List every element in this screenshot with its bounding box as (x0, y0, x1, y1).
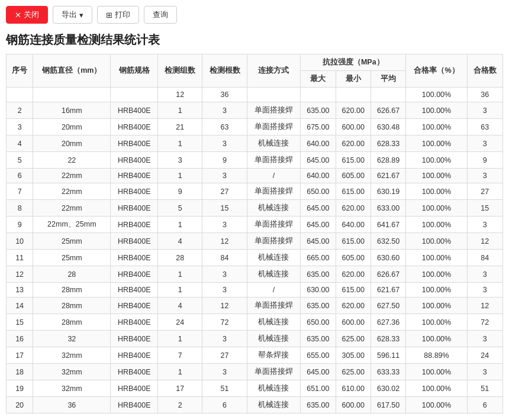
th-group-count: 检测组数 (158, 54, 202, 88)
toolbar: ✕ 关闭 导出 ▾ ⊞ 打印 查询 (6, 6, 503, 24)
table-cell: HRB400E (111, 233, 158, 250)
th-diameter: 钢筋直径（mm） (33, 54, 111, 88)
table-cell: 628.33 (371, 135, 405, 152)
table-cell: 机械连接 (247, 266, 300, 283)
table-cell: 3 (467, 169, 502, 183)
table-cell: 633.00 (371, 200, 405, 217)
table-cell: 19 (7, 380, 33, 397)
page-title: 钢筋连接质量检测结果统计表 (6, 32, 503, 48)
table-cell: 625.00 (336, 331, 371, 347)
table-cell: 630.00 (301, 283, 336, 298)
table-cell: 645.00 (301, 200, 336, 217)
table-cell: 51 (202, 380, 247, 397)
table-cell: 27 (202, 183, 247, 200)
table-cell: HRB400E (111, 152, 158, 169)
query-button[interactable]: 查询 (144, 6, 177, 24)
table-cell: 9 (467, 152, 502, 169)
table-cell: 605.00 (336, 169, 371, 183)
export-button[interactable]: 导出 ▾ (53, 6, 92, 24)
table-cell: 3 (202, 217, 247, 233)
table-cell: 3 (7, 119, 33, 135)
table-cell: 100.00% (406, 397, 467, 413)
table-cell: 36 (467, 88, 502, 102)
table-cell: 627.50 (371, 298, 405, 314)
table-cell: 650.00 (301, 183, 336, 200)
table-cell (371, 88, 405, 102)
table-row: 420mmHRB400E13机械连接640.00620.00628.33100.… (7, 135, 503, 152)
table-cell: 9 (202, 152, 247, 169)
table-cell: 100.00% (406, 266, 467, 283)
table-cell: 22 (33, 152, 111, 169)
table-cell: 655.00 (301, 347, 336, 364)
table-cell: 100.00% (406, 380, 467, 397)
table-cell: 630.60 (371, 250, 405, 266)
th-avg: 平均 (371, 71, 405, 88)
table-cell: 645.00 (301, 217, 336, 233)
table-cell: 36 (202, 88, 247, 102)
table-cell: 628.33 (371, 331, 405, 347)
table-cell: 610.00 (336, 380, 371, 397)
table-cell: 3 (202, 331, 247, 347)
table-cell: 3 (467, 135, 502, 152)
table-cell: 1 (158, 266, 202, 283)
table-cell: 72 (467, 314, 502, 331)
table-cell: 2 (7, 102, 33, 119)
table-cell: 5 (7, 152, 33, 169)
th-tensile-strength: 抗拉强度（MPa） (301, 54, 406, 71)
table-cell: 100.00% (406, 314, 467, 331)
table-cell: 28 (158, 250, 202, 266)
table-cell: 621.67 (371, 169, 405, 183)
export-label: 导出 (62, 9, 77, 20)
table-cell (7, 88, 33, 102)
table-cell: 20mm (33, 135, 111, 152)
table-cell: 12 (158, 88, 202, 102)
table-cell: 1 (158, 217, 202, 233)
table-cell: 650.00 (301, 314, 336, 331)
table-cell: 100.00% (406, 331, 467, 347)
table-cell: 600.00 (336, 397, 371, 413)
table-cell: 1 (158, 331, 202, 347)
table-cell: 1 (158, 169, 202, 183)
table-cell: 13 (7, 283, 33, 298)
table-cell: 5 (158, 200, 202, 217)
table-cell: 100.00% (406, 250, 467, 266)
table-cell: 10 (7, 233, 33, 250)
table-cell: 单面搭接焊 (247, 102, 300, 119)
close-button[interactable]: ✕ 关闭 (6, 6, 48, 24)
table-cell: 3 (202, 102, 247, 119)
table-cell: 12 (7, 266, 33, 283)
table-cell: 9 (7, 217, 33, 233)
table-row: 522HRB400E39单面搭接焊645.00615.00628.89100.0… (7, 152, 503, 169)
table-cell: 3 (202, 266, 247, 283)
table-cell (33, 88, 111, 102)
table-cell: 626.67 (371, 266, 405, 283)
table-cell: 641.67 (371, 217, 405, 233)
table-cell: 3 (202, 169, 247, 183)
table-cell: 605.00 (336, 250, 371, 266)
th-bar-count: 检测根数 (202, 54, 247, 88)
table-cell: 32mm (33, 347, 111, 364)
table-cell: 100.00% (406, 183, 467, 200)
table-cell: HRB400E (111, 119, 158, 135)
table-cell: 640.00 (301, 169, 336, 183)
table-cell: 84 (202, 250, 247, 266)
th-spec: 钢筋规格 (111, 54, 158, 88)
table-cell: 25mm (33, 233, 111, 250)
table-cell: 3 (467, 217, 502, 233)
table-cell: 14 (7, 298, 33, 314)
table-cell: 635.00 (301, 298, 336, 314)
header-row-1: 序号 钢筋直径（mm） 钢筋规格 检测组数 检测根数 连接方式 抗拉强度（MPa… (7, 54, 503, 71)
table-cell: 24 (467, 347, 502, 364)
table-cell: 640.00 (301, 135, 336, 152)
table-cell: 51 (467, 380, 502, 397)
table-cell: 1 (158, 135, 202, 152)
table-cell: HRB400E (111, 200, 158, 217)
table-cell: HRB400E (111, 135, 158, 152)
table-cell: 620.00 (336, 135, 371, 152)
table-cell: 17 (7, 347, 33, 364)
table-row: 1632HRB400E13机械连接635.00625.00628.33100.0… (7, 331, 503, 347)
table-cell: 100.00% (406, 169, 467, 183)
table-cell: 单面搭接焊 (247, 217, 300, 233)
table-cell: 11 (7, 250, 33, 266)
print-button[interactable]: ⊞ 打印 (97, 6, 139, 24)
